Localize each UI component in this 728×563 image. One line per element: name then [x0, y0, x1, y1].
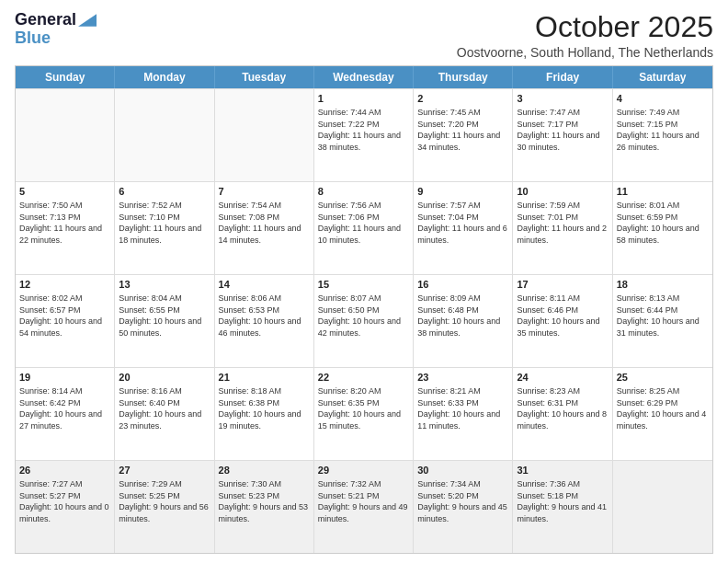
day-content-4: Sunrise: 7:49 AM Sunset: 7:15 PM Dayligh… — [617, 107, 709, 153]
day-cell-14: 14Sunrise: 8:06 AM Sunset: 6:53 PM Dayli… — [215, 275, 314, 367]
empty-cell-4-6 — [613, 461, 712, 553]
day-content-9: Sunrise: 7:57 AM Sunset: 7:04 PM Dayligh… — [417, 200, 508, 246]
day-header-monday: Monday — [115, 66, 214, 88]
day-content-12: Sunrise: 8:02 AM Sunset: 6:57 PM Dayligh… — [19, 293, 110, 339]
day-number-27: 27 — [119, 464, 210, 477]
day-content-2: Sunrise: 7:45 AM Sunset: 7:20 PM Dayligh… — [417, 107, 508, 153]
day-number-25: 25 — [617, 371, 709, 385]
day-cell-4: 4Sunrise: 7:49 AM Sunset: 7:15 PM Daylig… — [613, 89, 712, 181]
day-content-13: Sunrise: 8:04 AM Sunset: 6:55 PM Dayligh… — [119, 293, 210, 339]
day-cell-24: 24Sunrise: 8:23 AM Sunset: 6:31 PM Dayli… — [513, 368, 612, 460]
day-number-4: 4 — [617, 92, 709, 106]
day-content-29: Sunrise: 7:32 AM Sunset: 5:21 PM Dayligh… — [318, 478, 409, 524]
day-number-11: 11 — [617, 185, 709, 199]
day-cell-5: 5Sunrise: 7:50 AM Sunset: 7:13 PM Daylig… — [16, 182, 115, 274]
day-cell-2: 2Sunrise: 7:45 AM Sunset: 7:20 PM Daylig… — [414, 89, 513, 181]
day-number-17: 17 — [517, 278, 608, 292]
day-cell-16: 16Sunrise: 8:09 AM Sunset: 6:48 PM Dayli… — [414, 275, 513, 367]
day-content-31: Sunrise: 7:36 AM Sunset: 5:18 PM Dayligh… — [517, 478, 608, 524]
day-number-9: 9 — [417, 185, 508, 199]
day-cell-30: 30Sunrise: 7:34 AM Sunset: 5:20 PM Dayli… — [414, 461, 513, 553]
day-cell-15: 15Sunrise: 8:07 AM Sunset: 6:50 PM Dayli… — [314, 275, 414, 367]
day-number-19: 19 — [19, 371, 110, 385]
logo-general: General — [15, 11, 76, 29]
day-cell-27: 27Sunrise: 7:29 AM Sunset: 5:25 PM Dayli… — [115, 461, 214, 553]
week-4: 19Sunrise: 8:14 AM Sunset: 6:42 PM Dayli… — [16, 367, 712, 460]
day-content-8: Sunrise: 7:56 AM Sunset: 7:06 PM Dayligh… — [318, 200, 409, 246]
day-content-17: Sunrise: 8:11 AM Sunset: 6:46 PM Dayligh… — [517, 293, 608, 339]
day-header-saturday: Saturday — [613, 66, 712, 88]
day-number-24: 24 — [517, 371, 608, 385]
day-cell-3: 3Sunrise: 7:47 AM Sunset: 7:17 PM Daylig… — [513, 89, 612, 181]
day-content-30: Sunrise: 7:34 AM Sunset: 5:20 PM Dayligh… — [417, 478, 508, 524]
day-cell-1: 1Sunrise: 7:44 AM Sunset: 7:22 PM Daylig… — [314, 89, 414, 181]
day-content-24: Sunrise: 8:23 AM Sunset: 6:31 PM Dayligh… — [517, 385, 608, 431]
day-number-3: 3 — [517, 92, 608, 106]
day-cell-10: 10Sunrise: 7:59 AM Sunset: 7:01 PM Dayli… — [513, 182, 612, 274]
day-cell-7: 7Sunrise: 7:54 AM Sunset: 7:08 PM Daylig… — [215, 182, 314, 274]
calendar-body: 1Sunrise: 7:44 AM Sunset: 7:22 PM Daylig… — [16, 88, 712, 553]
day-cell-23: 23Sunrise: 8:21 AM Sunset: 6:33 PM Dayli… — [414, 368, 513, 460]
day-number-16: 16 — [417, 278, 508, 292]
day-cell-29: 29Sunrise: 7:32 AM Sunset: 5:21 PM Dayli… — [314, 461, 414, 553]
day-cell-21: 21Sunrise: 8:18 AM Sunset: 6:38 PM Dayli… — [215, 368, 314, 460]
day-cell-13: 13Sunrise: 8:04 AM Sunset: 6:55 PM Dayli… — [115, 275, 214, 367]
day-number-29: 29 — [318, 464, 409, 477]
page: General Blue October 2025 Oostvoorne, So… — [0, 0, 728, 563]
day-cell-28: 28Sunrise: 7:30 AM Sunset: 5:23 PM Dayli… — [215, 461, 314, 553]
day-content-14: Sunrise: 8:06 AM Sunset: 6:53 PM Dayligh… — [219, 293, 310, 339]
week-3: 12Sunrise: 8:02 AM Sunset: 6:57 PM Dayli… — [16, 274, 712, 367]
logo-blue: Blue — [15, 29, 51, 48]
day-content-19: Sunrise: 8:14 AM Sunset: 6:42 PM Dayligh… — [19, 385, 110, 431]
day-header-wednesday: Wednesday — [314, 66, 414, 88]
calendar: Sunday Monday Tuesday Wednesday Thursday… — [15, 65, 713, 554]
day-content-25: Sunrise: 8:25 AM Sunset: 6:29 PM Dayligh… — [617, 385, 709, 431]
day-content-27: Sunrise: 7:29 AM Sunset: 5:25 PM Dayligh… — [119, 478, 210, 524]
day-cell-31: 31Sunrise: 7:36 AM Sunset: 5:18 PM Dayli… — [513, 461, 612, 553]
day-number-14: 14 — [219, 278, 310, 292]
week-2: 5Sunrise: 7:50 AM Sunset: 7:13 PM Daylig… — [16, 181, 712, 274]
day-number-7: 7 — [219, 185, 310, 199]
title-block: October 2025 Oostvoorne, South Holland, … — [457, 11, 713, 60]
day-number-5: 5 — [19, 185, 110, 199]
day-number-18: 18 — [617, 278, 709, 292]
location: Oostvoorne, South Holland, The Netherlan… — [457, 45, 713, 60]
day-number-10: 10 — [517, 185, 608, 199]
day-content-20: Sunrise: 8:16 AM Sunset: 6:40 PM Dayligh… — [119, 385, 210, 431]
empty-cell-0-1 — [115, 89, 214, 181]
day-number-15: 15 — [318, 278, 409, 292]
svg-marker-0 — [78, 14, 97, 26]
day-number-22: 22 — [318, 371, 409, 385]
day-number-1: 1 — [318, 92, 409, 106]
day-cell-12: 12Sunrise: 8:02 AM Sunset: 6:57 PM Dayli… — [16, 275, 115, 367]
day-header-friday: Friday — [513, 66, 612, 88]
day-content-26: Sunrise: 7:27 AM Sunset: 5:27 PM Dayligh… — [19, 478, 110, 524]
month-title: October 2025 — [457, 11, 713, 43]
day-number-21: 21 — [219, 371, 310, 385]
day-content-21: Sunrise: 8:18 AM Sunset: 6:38 PM Dayligh… — [219, 385, 310, 431]
logo-icon — [78, 14, 97, 27]
day-cell-20: 20Sunrise: 8:16 AM Sunset: 6:40 PM Dayli… — [115, 368, 214, 460]
day-number-20: 20 — [119, 371, 210, 385]
day-number-6: 6 — [119, 185, 210, 199]
day-content-10: Sunrise: 7:59 AM Sunset: 7:01 PM Dayligh… — [517, 200, 608, 246]
calendar-header: Sunday Monday Tuesday Wednesday Thursday… — [16, 66, 712, 88]
day-header-tuesday: Tuesday — [215, 66, 314, 88]
day-content-18: Sunrise: 8:13 AM Sunset: 6:44 PM Dayligh… — [617, 293, 709, 339]
day-number-26: 26 — [19, 464, 110, 477]
logo: General Blue — [15, 11, 97, 48]
day-content-7: Sunrise: 7:54 AM Sunset: 7:08 PM Dayligh… — [219, 200, 310, 246]
day-cell-26: 26Sunrise: 7:27 AM Sunset: 5:27 PM Dayli… — [16, 461, 115, 553]
day-cell-19: 19Sunrise: 8:14 AM Sunset: 6:42 PM Dayli… — [16, 368, 115, 460]
day-cell-9: 9Sunrise: 7:57 AM Sunset: 7:04 PM Daylig… — [414, 182, 513, 274]
day-content-11: Sunrise: 8:01 AM Sunset: 6:59 PM Dayligh… — [617, 200, 709, 246]
day-content-15: Sunrise: 8:07 AM Sunset: 6:50 PM Dayligh… — [318, 293, 409, 339]
day-cell-18: 18Sunrise: 8:13 AM Sunset: 6:44 PM Dayli… — [613, 275, 712, 367]
week-5: 26Sunrise: 7:27 AM Sunset: 5:27 PM Dayli… — [16, 460, 712, 553]
day-cell-17: 17Sunrise: 8:11 AM Sunset: 6:46 PM Dayli… — [513, 275, 612, 367]
header: General Blue October 2025 Oostvoorne, So… — [15, 11, 713, 60]
day-number-28: 28 — [219, 464, 310, 477]
day-cell-22: 22Sunrise: 8:20 AM Sunset: 6:35 PM Dayli… — [314, 368, 414, 460]
day-number-2: 2 — [417, 92, 508, 106]
day-number-12: 12 — [19, 278, 110, 292]
